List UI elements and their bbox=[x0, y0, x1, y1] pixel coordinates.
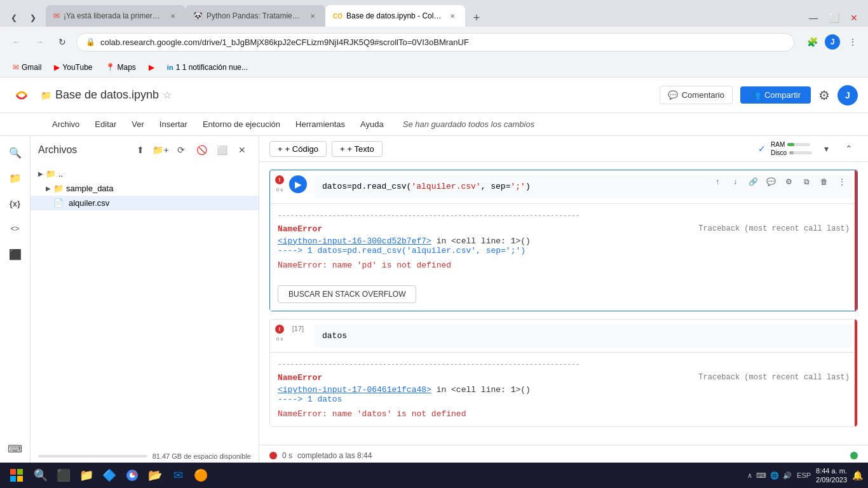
menu-archivo[interactable]: Archivo bbox=[46, 117, 86, 132]
profile-icon[interactable]: J bbox=[825, 34, 840, 50]
bookmark-maps[interactable]: 📍 Maps bbox=[100, 61, 141, 74]
comment-button[interactable]: 💬 Comentario bbox=[660, 86, 733, 104]
cell-2-error-link[interactable]: <ipython-input-17-06461e1fca48> bbox=[278, 385, 431, 395]
hide-sidebar-icon[interactable]: 🚫 bbox=[193, 141, 210, 159]
svg-rect-4 bbox=[17, 476, 23, 482]
url-bar[interactable]: 🔒 colab.research.google.com/drive/1_bJgB… bbox=[76, 33, 794, 51]
explorer-taskbar[interactable]: 📁 bbox=[76, 465, 97, 485]
cell-2-error-bar bbox=[855, 320, 857, 427]
file-item-dotdot[interactable]: ▶ 📁 .. bbox=[31, 166, 259, 181]
menu-ayuda[interactable]: Ayuda bbox=[354, 117, 390, 132]
add-text-icon: + bbox=[340, 144, 345, 154]
cell-move-down[interactable]: ↓ bbox=[728, 174, 743, 189]
cell-link[interactable]: 🔗 bbox=[745, 174, 761, 189]
cell-2-code[interactable]: datos bbox=[315, 325, 852, 348]
cell-settings[interactable]: ⚙ bbox=[781, 174, 796, 189]
app-taskbar[interactable]: 🟠 bbox=[191, 465, 211, 485]
user-avatar[interactable]: J bbox=[837, 85, 858, 105]
tab-nav-left[interactable]: ❮ bbox=[5, 9, 23, 27]
close-sidebar-icon[interactable]: ✕ bbox=[233, 141, 251, 159]
upload-file-icon[interactable]: ⬆ bbox=[132, 141, 149, 159]
cell-2-number-area: [17] bbox=[289, 325, 307, 332]
dropdown-resource-icon[interactable]: ▾ bbox=[817, 140, 835, 158]
colab-logo bbox=[10, 84, 33, 107]
nav-terminal[interactable]: ⬛ bbox=[4, 243, 27, 266]
new-tab-button[interactable]: + bbox=[468, 9, 485, 27]
maximize-button[interactable]: ⬜ bbox=[825, 9, 843, 27]
code-text-2: datos bbox=[322, 331, 347, 341]
collapse-all-icon[interactable]: ⌃ bbox=[840, 140, 858, 158]
vscode-taskbar[interactable]: 🔷 bbox=[99, 465, 119, 485]
cell-more[interactable]: ⋮ bbox=[834, 174, 850, 189]
files-taskbar[interactable]: 📂 bbox=[145, 465, 165, 485]
new-folder-icon[interactable]: 📁+ bbox=[152, 141, 170, 159]
cell-comment[interactable]: 💬 bbox=[763, 174, 778, 189]
menu-icon[interactable]: ⋮ bbox=[845, 34, 860, 50]
tab-nav-right[interactable]: ❯ bbox=[24, 9, 42, 27]
cell-move-up[interactable]: ↑ bbox=[710, 174, 725, 189]
settings-icon[interactable]: ⚙ bbox=[818, 88, 830, 103]
expand-icon[interactable]: ⬜ bbox=[213, 141, 231, 159]
chrome-taskbar[interactable] bbox=[122, 465, 142, 485]
nav-code[interactable]: <> bbox=[4, 217, 27, 240]
bookmark-linkedin[interactable]: in 1 1 notificación nue... bbox=[162, 61, 253, 74]
cell-1-run-button[interactable]: ▶ bbox=[289, 175, 307, 193]
nav-variables[interactable]: {x} bbox=[4, 192, 27, 215]
bookmark-gmail[interactable]: ✉ Gmail bbox=[8, 61, 46, 74]
ram-indicator: RAM Disco bbox=[771, 141, 812, 156]
tab-title-2: Python Pandas: Tratamiento y a... bbox=[207, 11, 304, 20]
cell-1-run-area: ! 0 s bbox=[275, 175, 284, 193]
chevron-up-icon[interactable]: ∧ bbox=[747, 471, 752, 480]
cell-1-error-link[interactable]: <ipython-input-16-300cd52b7ef7> bbox=[278, 236, 431, 246]
file-item-alquiler[interactable]: 📄 alquiler.csv bbox=[31, 196, 259, 210]
forward-button[interactable]: → bbox=[31, 33, 48, 51]
taskbar-right: ∧ ⌨ 🌐 🔊 ESP 8:44 a. m. 2/09/2023 🔔 bbox=[747, 466, 863, 485]
back-button[interactable]: ← bbox=[8, 33, 25, 51]
search-taskbar[interactable]: 🔍 bbox=[31, 465, 51, 485]
add-code-button[interactable]: + + Código bbox=[269, 141, 327, 157]
refresh-icon[interactable]: ⟳ bbox=[172, 141, 190, 159]
file-item-sample-data[interactable]: ▶ 📁 sample_data bbox=[31, 181, 259, 196]
cell-copy[interactable]: ⧉ bbox=[799, 174, 814, 189]
menu-ver[interactable]: Ver bbox=[125, 117, 151, 132]
tab-1[interactable]: ✉ ¡Ya está liberada la primera form... ✕ bbox=[46, 5, 186, 27]
mail-taskbar[interactable]: ✉ bbox=[168, 465, 188, 485]
cell-delete[interactable]: 🗑 bbox=[817, 174, 832, 189]
cell-2-spacer bbox=[278, 404, 850, 409]
tab-2[interactable]: 🐼 Python Pandas: Tratamiento y a... ✕ bbox=[186, 5, 325, 27]
minimize-button[interactable]: — bbox=[804, 9, 822, 27]
sidebar-action-icons: ⬆ 📁+ ⟳ 🚫 ⬜ ✕ bbox=[132, 141, 251, 159]
share-button[interactable]: 👥 Compartir bbox=[740, 86, 811, 104]
nav-files[interactable]: 📁 bbox=[4, 166, 27, 189]
nav-search[interactable]: 🔍 bbox=[4, 141, 27, 164]
notification-icon[interactable]: 🔔 bbox=[852, 470, 863, 480]
colab-logo-svg bbox=[10, 84, 33, 107]
nav-keyboard[interactable]: ⌨ bbox=[4, 437, 27, 460]
lock-icon: 🔒 bbox=[86, 37, 95, 46]
bookmark-youtube2[interactable]: ▶ bbox=[144, 61, 159, 74]
notebook-cells: ↑ ↓ 🔗 💬 ⚙ ⧉ 🗑 ⋮ ! 0 s bbox=[259, 162, 868, 445]
folder-icon: 📁 bbox=[46, 169, 56, 179]
add-text-button[interactable]: + + Texto bbox=[332, 141, 383, 157]
star-icon[interactable]: ☆ bbox=[163, 89, 172, 101]
menu-entorno[interactable]: Entorno de ejecución bbox=[196, 117, 287, 132]
notebook-title[interactable]: Base de datos.ipynb bbox=[55, 88, 159, 102]
tab-bar: ❮ ❯ ✉ ¡Ya está liberada la primera form.… bbox=[0, 0, 868, 27]
youtube2-icon: ▶ bbox=[149, 63, 154, 72]
bookmark-youtube[interactable]: ▶ YouTube bbox=[49, 61, 97, 74]
close-window-button[interactable]: ✕ bbox=[845, 9, 863, 27]
taskview-taskbar[interactable]: ⬛ bbox=[53, 465, 74, 485]
tab-close-3[interactable]: ✕ bbox=[447, 11, 458, 21]
maps-icon: 📍 bbox=[105, 63, 115, 72]
menu-herramientas[interactable]: Herramientas bbox=[289, 117, 351, 132]
menu-insertar[interactable]: Insertar bbox=[153, 117, 194, 132]
menu-editar[interactable]: Editar bbox=[88, 117, 123, 132]
extensions-icon[interactable]: 🧩 bbox=[804, 34, 820, 50]
stackoverflow-button-1[interactable]: BUSCAR EN STACK OVERFLOW bbox=[278, 285, 416, 303]
tab-3[interactable]: CO Base de datos.ipynb - Colabora... ✕ bbox=[325, 5, 465, 27]
tab-close-1[interactable]: ✕ bbox=[168, 11, 178, 21]
reload-button[interactable]: ↻ bbox=[53, 33, 71, 51]
start-button[interactable] bbox=[5, 464, 28, 487]
tab-close-2[interactable]: ✕ bbox=[308, 11, 318, 21]
bookmarks-bar: ✉ Gmail ▶ YouTube 📍 Maps ▶ in 1 1 notifi… bbox=[0, 57, 868, 78]
